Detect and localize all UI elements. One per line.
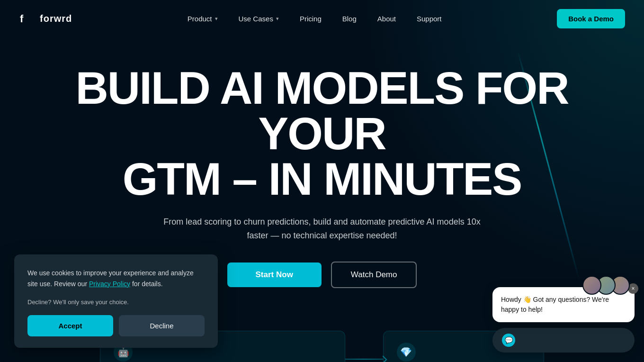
nav-item-product[interactable]: Product ▾ — [177, 0, 228, 37]
chat-bubble-container: × Howdy 👋 Got any questions? We're happy… — [492, 287, 635, 322]
product-chevron-icon: ▾ — [215, 16, 218, 22]
decline-button[interactable]: Decline — [119, 315, 205, 336]
nav-item-support[interactable]: Support — [406, 0, 452, 37]
feature-connector-1 — [345, 359, 383, 360]
nav-links: Product ▾ Use Cases ▾ Pricing Blog About — [177, 0, 452, 37]
accept-button[interactable]: Accept — [27, 315, 113, 336]
chat-input-bar[interactable]: 💬 — [492, 328, 635, 353]
logo-text: forwrd — [40, 13, 72, 24]
nav-item-use-cases[interactable]: Use Cases ▾ — [228, 0, 289, 37]
cookie-banner: We use cookies to improve your experienc… — [14, 254, 218, 348]
use-cases-chevron-icon: ▾ — [276, 16, 279, 22]
nav-item-pricing[interactable]: Pricing — [289, 0, 332, 37]
nav-item-about[interactable]: About — [367, 0, 406, 37]
cookie-buttons: Accept Decline — [27, 315, 205, 336]
chat-widget: × Howdy 👋 Got any questions? We're happy… — [492, 273, 635, 353]
svg-text:f: f — [20, 13, 24, 25]
chat-avatar-1 — [582, 276, 601, 295]
nav-item-blog[interactable]: Blog — [332, 0, 367, 37]
book-demo-button[interactable]: Book a Demo — [557, 9, 625, 28]
watch-demo-button[interactable]: Watch Demo — [331, 262, 417, 288]
navbar: f forwrd Product ▾ Use Cases ▾ Pricing B… — [0, 0, 644, 37]
cookie-text: We use cookies to improve your experienc… — [27, 268, 205, 289]
hero-subtitle: From lead scoring to churn predictions, … — [161, 215, 483, 243]
privacy-policy-link[interactable]: Privacy Policy — [89, 280, 130, 288]
logo[interactable]: f forwrd — [19, 10, 72, 27]
feature-icon-2: 💎 — [397, 343, 416, 362]
chat-message: Howdy 👋 Got any questions? We're happy t… — [501, 296, 609, 313]
nav-cta-wrapper: Book a Demo — [557, 9, 625, 28]
start-now-button[interactable]: Start Now — [227, 262, 322, 287]
cookie-decline-text: Decline? We'll only save your choice. — [27, 299, 205, 306]
chat-avatars — [587, 276, 630, 295]
hero-title: BUILD AI MODELS FOR YOUR GTM – IN MINUTE… — [19, 65, 625, 202]
chat-bubble: × Howdy 👋 Got any questions? We're happy… — [492, 287, 635, 322]
chat-icon: 💬 — [502, 334, 515, 347]
logo-icon: f — [19, 10, 36, 27]
